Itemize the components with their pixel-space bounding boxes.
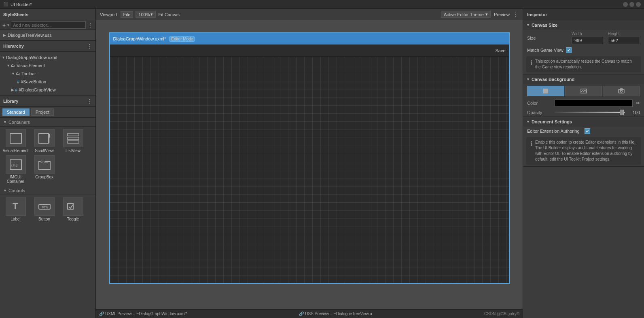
opacity-thumb[interactable] [620,110,624,115]
tree-item-toolbar[interactable]: ▼ 🗂 Toolbar [0,70,95,78]
lib-icon-groupbox: Group [34,155,55,174]
bottom-bar: 🔗 UXML Preview – ~DialogGraphWindow.uxml… [96,309,523,318]
lib-item-imgui[interactable]: GUI IMGUI Container [2,155,29,184]
hierarchy-title: Hierarchy [3,44,87,49]
lib-item-listview[interactable]: ListView [60,129,86,153]
bg-mode-image[interactable] [565,86,602,96]
tree-item-root[interactable]: ▼ DialogGraphWindow.uxml [0,53,95,61]
theme-dropdown[interactable]: Active Editor Theme ▾ [441,11,491,18]
add-selector-arrow[interactable]: ▾ [7,23,9,27]
close-btn[interactable] [636,2,641,7]
tree-item-dialog-graph-view[interactable]: ▶ # #DialogGraphView [0,86,95,94]
zoom-control[interactable]: 100% ▾ [136,11,156,18]
tree-item-save-button[interactable]: # #SaveButton [0,78,95,86]
editor-ext-checkbox[interactable]: ✔ [585,128,590,134]
width-input[interactable] [572,37,604,44]
tab-project[interactable]: Project [31,108,54,116]
match-game-row: Match Game View ✔ [523,46,644,55]
doc-settings-info-box: ℹ Enable this option to create Editor ex… [526,137,641,165]
tab-standard[interactable]: Standard [2,108,30,116]
match-game-checkbox[interactable]: ✔ [566,47,572,53]
tree-item-visual-element[interactable]: ▼ 🗂 VisualElement [0,61,95,70]
tree-icon-dgv: # [15,87,17,92]
opacity-label: Opacity [527,110,551,115]
svg-rect-16 [543,89,548,93]
canvas-area[interactable]: DialogGraphWindow.uxml* Editor Mode Save [96,20,523,309]
lib-icon-label: T [6,197,26,216]
lib-item-groupbox[interactable]: Group GroupBox [31,155,57,184]
controls-label: Controls [8,188,25,193]
controls-header[interactable]: ▼ Controls [0,186,95,195]
lib-item-button[interactable]: BTN Button [31,197,57,221]
zoom-value: 100% [138,12,150,17]
svg-text:BTN: BTN [42,206,48,209]
containers-header[interactable]: ▼ Containers [0,118,95,127]
tree-label-root: DialogGraphWindow.uxml [6,55,57,60]
svg-text:T: T [13,201,18,211]
opacity-slider[interactable] [555,112,625,113]
save-button[interactable]: Save [495,48,505,53]
canvas-bg-title: Canvas Background [532,77,574,82]
lib-item-scrollview[interactable]: ScrollView [31,129,57,153]
library-menu-btn[interactable]: ⋮ [87,98,92,104]
library-scroll[interactable]: ▼ Containers VisualElement [0,118,95,318]
tree-icon-save: # [17,79,19,84]
credit-text: CSDN @©Bigotry© [484,312,519,316]
canvas-grid [110,57,509,283]
canvas-bg-header[interactable]: ▼ Canvas Background [523,74,644,84]
stylesheets-menu-btn[interactable]: ⋮ [87,22,93,28]
lib-icon-button: BTN [34,197,55,216]
uss-preview-item[interactable]: 🔗 USS Preview – ~DialogueTreeView.u [299,312,372,316]
inspector-title: Inspector [527,12,547,17]
svg-rect-6 [68,141,79,143]
containers-grid: VisualElement ScrollView [0,127,95,186]
viewport-menu-btn[interactable]: ⋮ [513,11,519,18]
bg-mode-camera[interactable] [603,86,640,96]
tree-label-toolbar: Toolbar [21,71,36,76]
tree-label-dgv: #DialogGraphView [19,87,56,92]
hierarchy-menu-btn[interactable]: ⋮ [87,43,92,49]
tree-label-ve: VisualElement [17,63,45,68]
svg-rect-0 [10,134,21,143]
lib-item-visual-element[interactable]: VisualElement [2,129,29,153]
canvas-titlebar: DialogGraphWindow.uxml* Editor Mode [110,33,509,45]
add-selector-plus[interactable]: + [2,22,6,28]
lib-icon-imgui: GUI [6,155,26,174]
canvas-bg-arrow: ▼ [526,77,530,81]
canvas-size-header[interactable]: ▼ Canvas Size [523,20,644,30]
stylesheet-arrow: ▶ [3,33,6,37]
fit-canvas-button[interactable]: Fit Canvas [158,12,180,17]
viewport-header: Viewport File 100% ▾ Fit Canvas Active E… [96,9,523,20]
color-swatch[interactable] [555,100,633,107]
stylesheet-item[interactable]: ▶ DialogueTreeView.uss [0,30,95,40]
uxml-preview-item[interactable]: 🔗 UXML Preview – ~DialogGraphWindow.uxml… [99,312,187,316]
editor-ext-label: Editor Extension Authoring [527,129,580,134]
height-label: Height [608,32,640,36]
uss-preview-label: USS Preview [305,312,329,316]
maximize-btn[interactable] [629,2,634,7]
svg-text:GUI: GUI [11,163,19,168]
tree-icon-ve: 🗂 [11,63,15,68]
lib-item-label[interactable]: T Label [2,197,29,221]
file-button[interactable]: File [121,11,133,18]
containers-label: Containers [8,120,30,125]
size-label: Size [527,32,568,44]
lib-item-toggle[interactable]: Toggle [60,197,86,221]
library-header: Library ⋮ [0,95,95,107]
bg-mode-color[interactable] [527,86,564,96]
title-bar-buttons [623,2,641,7]
selector-input[interactable] [11,21,86,29]
height-input[interactable] [608,37,640,44]
color-picker-icon[interactable]: ✏ [636,100,640,106]
preview-button[interactable]: Preview [494,12,510,17]
opacity-row: Opacity 100 [523,108,644,117]
lib-label-scrollview: ScrollView [35,148,54,153]
title-bar: ⬛ UI Builder* [0,0,644,9]
doc-settings-header[interactable]: ▼ Document Settings [523,117,644,127]
lib-label-imgui: IMGUI Container [2,175,29,184]
add-selector-bar: + ▾ ⋮ [0,20,95,30]
lib-icon-visual-element [6,129,26,147]
svg-rect-3 [49,134,50,138]
minimize-btn[interactable] [623,2,628,7]
uss-preview-icon: 🔗 [299,312,304,316]
